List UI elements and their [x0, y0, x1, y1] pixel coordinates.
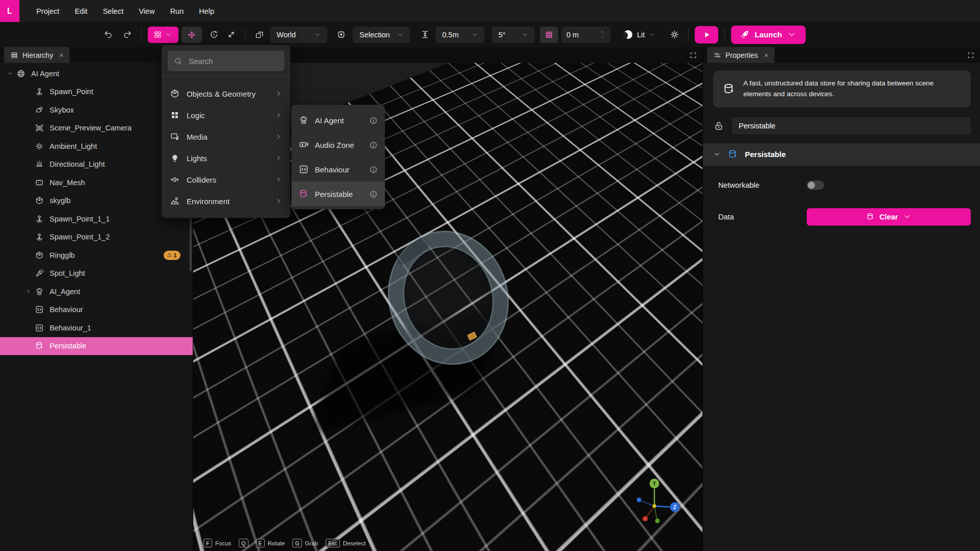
add-object-menu: Objects & GeometryLogicMediaLightsCollid…	[162, 45, 290, 218]
search-icon	[174, 57, 183, 65]
add-menu-item-logic[interactable]: Logic	[162, 104, 290, 126]
tab-hierarchy[interactable]: Hierarchy ×	[4, 47, 70, 63]
divider	[688, 29, 689, 41]
chevron-down-icon	[713, 150, 721, 158]
app-logo[interactable]: L	[0, 0, 19, 22]
add-object-grid-icon	[153, 30, 162, 39]
scale-tool-button[interactable]	[223, 27, 239, 42]
chevron-spacer	[21, 196, 35, 205]
db-icon	[35, 341, 44, 350]
search-box[interactable]	[168, 51, 284, 71]
chevron-down-icon[interactable]	[3, 69, 16, 78]
world-space-label: World	[277, 31, 308, 39]
submenu-item-behaviour[interactable]: Behaviour	[291, 157, 385, 182]
chevron-right-icon[interactable]	[21, 287, 35, 296]
pivot-icon	[336, 30, 346, 39]
menubar-item-view[interactable]: View	[131, 7, 162, 15]
close-icon[interactable]: ×	[764, 52, 768, 59]
undo-button[interactable]	[100, 27, 116, 42]
move-snap-select[interactable]: 0.5m	[436, 27, 485, 43]
hierarchy-item-behaviour-1[interactable]: Behaviour_1	[0, 319, 193, 337]
hotkey-hint-esc: EscDeselect	[326, 539, 366, 547]
search-input[interactable]	[188, 56, 291, 66]
persistable-section-header[interactable]: Persistable	[703, 143, 980, 166]
add-menu-item-colliders[interactable]: Colliders	[162, 169, 290, 190]
move-snap-value: 0.5m	[442, 31, 466, 39]
pivot-button[interactable]	[333, 27, 349, 42]
hierarchy-item-persistable[interactable]: Persistable	[0, 337, 193, 356]
menubar-item-edit[interactable]: Edit	[67, 7, 95, 15]
hotkey-label: Deselect	[343, 540, 366, 546]
submenu-item-ai-agent[interactable]: AI Agent	[291, 108, 385, 133]
hierarchy-item-label: Spawn_Point_1_2	[50, 233, 110, 241]
stepper-up-icon[interactable]	[600, 30, 605, 34]
submenu-item-persistable[interactable]: Persistable	[291, 182, 385, 206]
hierarchy-item-behaviour[interactable]: Behaviour	[0, 301, 193, 319]
chevron-spacer	[21, 269, 35, 278]
add-menu-item-environment[interactable]: Environment	[162, 190, 290, 212]
toolbar: World Selection 0.5m 5° 0 m Lit	[0, 22, 980, 47]
chevron-spacer	[21, 87, 35, 96]
close-icon[interactable]: ×	[59, 52, 63, 59]
name-input[interactable]	[732, 117, 971, 135]
hierarchy-item-ringglb[interactable]: Ringglb⚠1	[0, 246, 193, 265]
add-menu-item-lights[interactable]: Lights	[162, 147, 290, 169]
info-icon[interactable]	[369, 190, 378, 199]
rocket-icon	[740, 30, 750, 39]
cube-icon	[35, 251, 44, 260]
menubar-items: ProjectEditSelectViewRunHelp	[29, 7, 222, 15]
move-tool-button[interactable]	[181, 27, 202, 43]
menubar-item-help[interactable]: Help	[191, 7, 222, 15]
networkable-toggle[interactable]	[807, 181, 824, 190]
world-space-select[interactable]: World	[270, 27, 327, 43]
menubar-item-select[interactable]: Select	[95, 7, 131, 15]
render-mode-select[interactable]: Lit	[624, 30, 655, 39]
hierarchy-item-spot-light[interactable]: Spot_Light	[0, 265, 193, 283]
hierarchy-item-spawn-point-1-2[interactable]: Spawn_Point_1_2	[0, 228, 193, 247]
add-menu-item-media[interactable]: Media	[162, 126, 290, 147]
settings-button[interactable]	[667, 27, 682, 42]
scrollbar-thumb[interactable]	[190, 214, 192, 271]
stepper-controls	[600, 30, 605, 39]
chevron-down-icon	[649, 32, 655, 38]
height-snap-stepper[interactable]: 0 m	[561, 27, 610, 43]
selection-pivot-select[interactable]: Selection	[353, 27, 410, 43]
orientation-gizmo[interactable]: Y Z	[628, 474, 684, 531]
chevron-right-icon	[275, 133, 282, 140]
add-menu-item-objects-geometry[interactable]: Objects & Geometry	[162, 83, 290, 104]
add-object-button[interactable]	[148, 27, 178, 43]
play-button[interactable]	[695, 26, 718, 43]
robot-icon	[299, 115, 309, 125]
gizmo-z-label: Z	[673, 504, 676, 510]
hierarchy-item-label: Scene_Preview_Camera	[50, 124, 131, 132]
launch-button[interactable]: Launch	[731, 26, 805, 44]
sky-icon	[35, 105, 44, 115]
info-icon[interactable]	[369, 165, 378, 174]
stepper-down-icon[interactable]	[600, 35, 605, 39]
chevron-spacer	[21, 105, 35, 115]
chevron-spacer	[21, 341, 35, 350]
hierarchy-item-ai-agent[interactable]: AI_Agent	[0, 282, 193, 301]
lock-open-icon[interactable]	[713, 120, 724, 131]
rotate-snap-select[interactable]: 5°	[492, 27, 535, 43]
info-icon[interactable]	[369, 141, 378, 149]
person-icon	[35, 232, 44, 241]
fullscreen-icon[interactable]	[689, 51, 697, 59]
grid-snap-button[interactable]	[540, 27, 558, 43]
hierarchy-item-label: Spot_Light	[50, 269, 85, 277]
move-snap-icon-button[interactable]	[417, 27, 432, 42]
fullscreen-icon[interactable]	[967, 51, 975, 59]
info-icon[interactable]	[369, 116, 378, 125]
redo-button[interactable]	[120, 27, 135, 42]
menubar-item-project[interactable]: Project	[29, 7, 67, 15]
puzzle-icon	[170, 110, 180, 120]
tab-properties[interactable]: Properties ×	[707, 47, 774, 63]
launch-label: Launch	[755, 30, 782, 39]
rotate-tool-button[interactable]	[206, 27, 221, 42]
transform-space-button[interactable]	[252, 27, 267, 42]
chevron-spacer	[21, 160, 35, 169]
divider	[162, 76, 290, 77]
clear-data-button[interactable]: Clear	[807, 208, 971, 226]
submenu-item-audio-zone[interactable]: Audio Zone	[291, 133, 385, 157]
menubar-item-run[interactable]: Run	[163, 7, 192, 15]
